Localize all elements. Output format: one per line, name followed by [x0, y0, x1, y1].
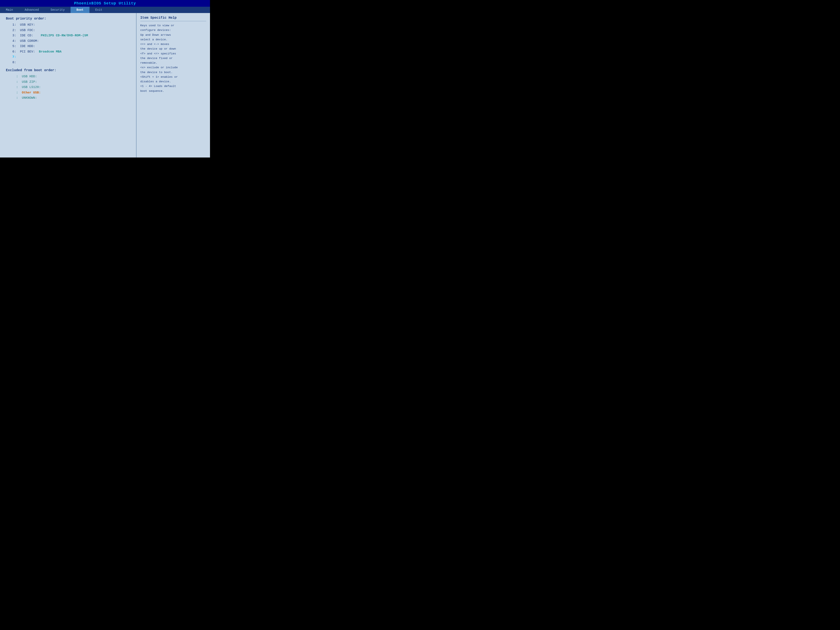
boot-item-1[interactable]: 1: USB KEY:	[6, 22, 130, 28]
nav-item-boot[interactable]: Boot	[71, 7, 90, 13]
help-line-10: the device to boot.	[140, 70, 206, 75]
help-line-11: <Shift + 1> enables or	[140, 75, 206, 79]
boot-item-7[interactable]: 7:	[6, 54, 130, 60]
right-panel: Item Specific Help Keys used to view or …	[136, 13, 210, 158]
help-line-4: <+> and <-> moves	[140, 42, 206, 47]
boot-item-6[interactable]: 6: PCI BEV: Broadcom MBA	[6, 49, 130, 55]
boot-item-8[interactable]: 8:	[6, 60, 130, 65]
excluded-item-other-usb[interactable]: : Other USB:	[6, 90, 130, 96]
excluded-item-unknown[interactable]: : UNKNOWN:	[6, 95, 130, 101]
excluded-item-usb-zip[interactable]: : USB ZIP:	[6, 79, 130, 85]
boot-item-4[interactable]: 4: USB CDROM:	[6, 38, 130, 44]
boot-num-8: 8:	[7, 61, 16, 64]
excluded-item-usb-ls120[interactable]: : USB LS120:	[6, 85, 130, 90]
boot-num-3: 3:	[7, 34, 20, 37]
boot-num-4: 4:	[7, 39, 20, 43]
help-line-12: disables a device.	[140, 79, 206, 84]
boot-priority-title: Boot priority order:	[6, 17, 130, 21]
excluded-title: Excluded from boot order:	[6, 68, 130, 72]
boot-detail-6: Broadcom MBA	[39, 50, 62, 54]
boot-item-2[interactable]: 2: USB FDC:	[6, 28, 130, 33]
boot-num-1: 1:	[7, 23, 20, 27]
nav-item-security[interactable]: Security	[45, 7, 71, 13]
help-title: Item Specific Help	[140, 16, 206, 21]
help-line-8: removable.	[140, 61, 206, 65]
help-line-14: boot sequence.	[140, 89, 206, 93]
help-line-1: configure devices:	[140, 28, 206, 33]
help-line-9: <x> exclude or include	[140, 65, 206, 70]
excluded-dev-usb-zip: USB ZIP:	[22, 80, 37, 84]
boot-dev-5: IDE HDD:	[20, 44, 35, 48]
excluded-dev-usb-hdd: USB HDD:	[22, 75, 37, 78]
help-line-7: the device fixed or	[140, 56, 206, 61]
boot-detail-3: PHILIPS CD-RW/DVD-ROM-(SM	[41, 34, 88, 37]
main-content: Boot priority order: 1: USB KEY: 2: USB …	[0, 13, 210, 158]
boot-num-2: 2:	[7, 28, 20, 32]
excluded-dev-other-usb: Other USB:	[22, 91, 41, 95]
boot-dev-1: USB KEY:	[20, 23, 35, 27]
bios-container: PhoenixBIOS Setup Utility Main Advanced …	[0, 0, 210, 158]
help-line-5: the device up or down	[140, 47, 206, 51]
nav-item-exit[interactable]: Exit	[90, 7, 108, 13]
help-line-0: Keys used to view or	[140, 23, 206, 28]
boot-dev-2: USB FDC:	[20, 28, 35, 32]
left-panel: Boot priority order: 1: USB KEY: 2: USB …	[0, 13, 136, 158]
excluded-section: Excluded from boot order: : USB HDD: : U…	[6, 68, 130, 101]
boot-item-3[interactable]: 3: IDE CD: PHILIPS CD-RW/DVD-ROM-(SM	[6, 33, 130, 38]
help-line-2: Up and Down arrows	[140, 33, 206, 37]
boot-num-6: 6:	[7, 50, 20, 54]
boot-dev-4: USB CDROM:	[20, 39, 39, 43]
excluded-item-usb-hdd[interactable]: : USB HDD:	[6, 74, 130, 79]
boot-num-5: 5:	[7, 44, 20, 48]
title-bar: PhoenixBIOS Setup Utility	[0, 0, 210, 7]
excluded-dev-usb-ls120: USB LS120:	[22, 85, 41, 89]
bios-title: PhoenixBIOS Setup Utility	[74, 1, 136, 5]
nav-item-main[interactable]: Main	[0, 7, 19, 13]
nav-item-advanced[interactable]: Advanced	[19, 7, 45, 13]
help-line-13: <1 - 4> Loads default	[140, 84, 206, 88]
help-line-6: <f> and <r> specifies	[140, 51, 206, 56]
boot-num-7: 7:	[7, 55, 16, 59]
excluded-dev-unknown: UNKNOWN:	[22, 96, 37, 100]
boot-dev-3: IDE CD:	[20, 34, 41, 37]
boot-dev-6: PCI BEV:	[20, 50, 39, 54]
help-line-3: select a device.	[140, 37, 206, 42]
help-text: Keys used to view or configure devices: …	[140, 23, 206, 93]
boot-item-5[interactable]: 5: IDE HDD:	[6, 44, 130, 49]
nav-bar: Main Advanced Security Boot Exit	[0, 7, 210, 13]
